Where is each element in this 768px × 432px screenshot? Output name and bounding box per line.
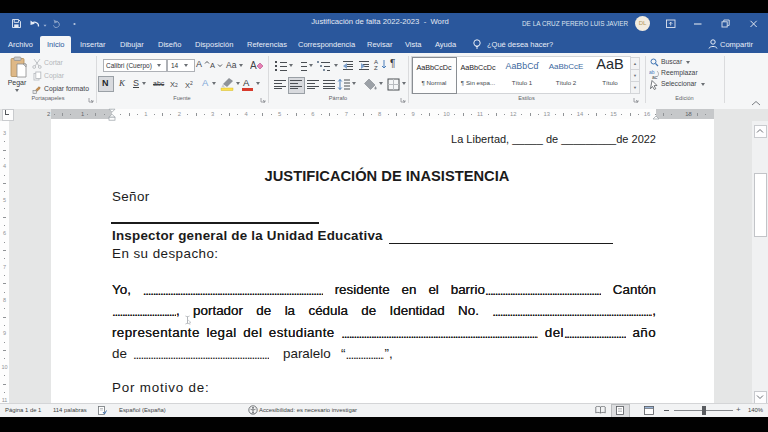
svg-text:A: A <box>250 60 257 71</box>
svg-text:ac: ac <box>652 74 658 79</box>
